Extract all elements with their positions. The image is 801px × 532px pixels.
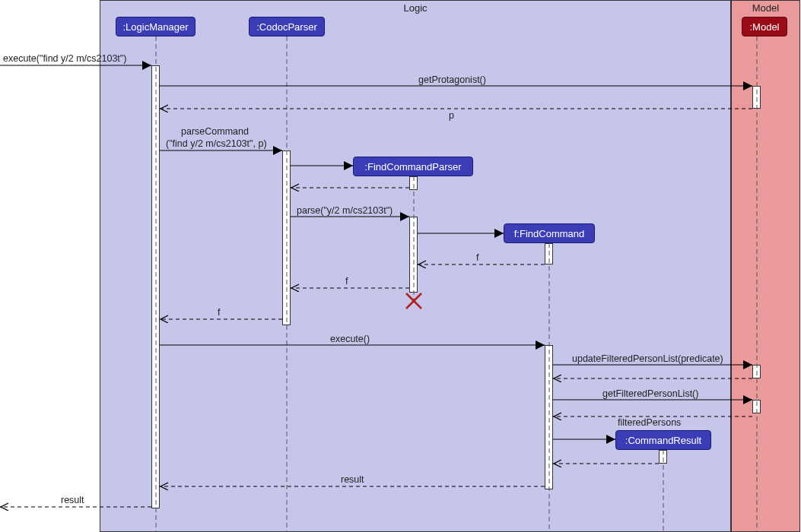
frame-model: Model	[731, 0, 800, 532]
activation-model-2	[752, 365, 761, 378]
find-command-parser-label: :FindCommandParser	[364, 161, 461, 173]
activation-model-1	[752, 86, 761, 109]
find-command-label: f:FindCommand	[514, 228, 584, 239]
msg-f-3: f	[218, 307, 220, 318]
msg-result-1: result	[341, 474, 364, 485]
frame-model-title: Model	[732, 1, 799, 14]
find-command-box: f:FindCommand	[504, 223, 595, 243]
msg-f-2: f	[345, 276, 348, 287]
msg-parse-command-1: parseCommand	[181, 126, 249, 137]
command-result-label: :CommandResult	[625, 435, 701, 446]
msg-parse: parse("y/2 m/cs2103t")	[297, 205, 393, 216]
activation-find-command-parser	[409, 176, 418, 190]
msg-get-protagonist: getProtagonist()	[418, 74, 486, 85]
sequence-diagram: Logic Model :LogicManager :CodocParser :…	[0, 0, 801, 532]
activation-find-command-create	[545, 243, 553, 264]
codoc-parser-box: :CodocParser	[249, 17, 325, 36]
activation-find-command-exec	[545, 345, 553, 489]
activation-model-3	[752, 400, 761, 413]
model-box: :Model	[742, 17, 787, 36]
logic-manager-box: :LogicManager	[116, 17, 195, 36]
find-command-parser-box: :FindCommandParser	[353, 157, 473, 176]
msg-p: p	[449, 110, 454, 121]
model-box-label: :Model	[749, 21, 779, 33]
msg-parse-command-2: ("find y/2 m/cs2103t", p)	[166, 138, 267, 149]
msg-execute: execute()	[330, 334, 370, 344]
frame-logic-title: Logic	[100, 1, 730, 14]
msg-update-filtered: updateFilteredPersonList(predicate)	[572, 353, 723, 364]
command-result-box: :CommandResult	[615, 430, 711, 450]
msg-result-2: result	[61, 495, 84, 505]
msg-execute-find: execute("find y/2 m/cs2103t")	[3, 53, 126, 64]
msg-filtered-persons: filteredPersons	[618, 417, 681, 428]
logic-manager-label: :LogicManager	[123, 21, 189, 33]
msg-get-filtered: getFilteredPersonList()	[602, 388, 698, 399]
activation-logic-manager	[151, 65, 160, 508]
activation-command-result	[659, 450, 667, 464]
codoc-parser-label: :CodocParser	[256, 21, 316, 33]
activation-codoc-parser	[282, 150, 291, 325]
msg-f-1: f	[476, 252, 478, 263]
activation-find-command-parser-2	[409, 217, 418, 293]
